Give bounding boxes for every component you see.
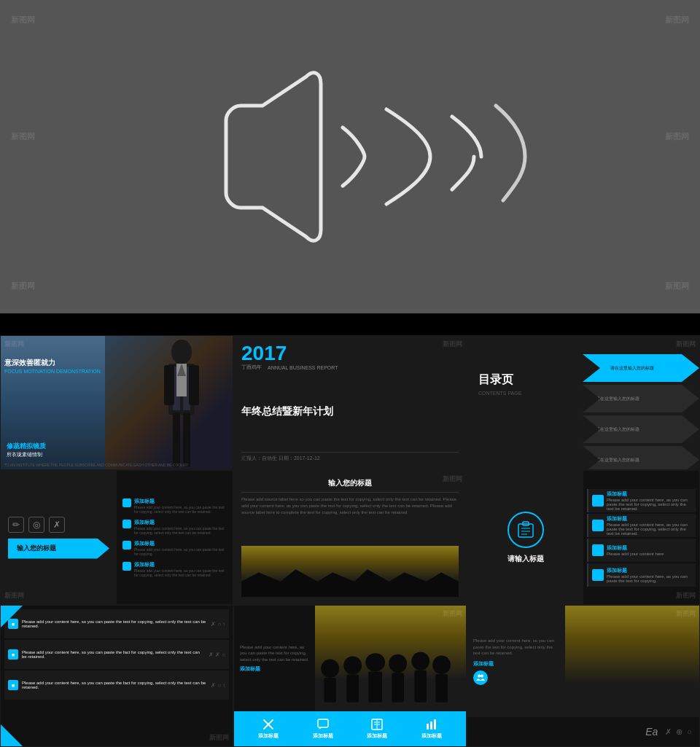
bar-item-3: 添加标题 <box>367 718 387 740</box>
slide8-left: Please add your content here, as you can… <box>234 606 315 711</box>
people-svg <box>315 638 466 712</box>
slide6-right-list: 添加标题 Please add your content here, as yo… <box>583 471 699 604</box>
svg-rect-22 <box>392 673 405 703</box>
photo-bg <box>315 606 466 711</box>
arrow-dark-1: 请在这里输入您的标题 <box>583 385 699 412</box>
bar-item-1: 添加标题 <box>258 718 279 740</box>
ea-label: Ea <box>645 726 658 738</box>
slide9-left: Please add your content here, so you can… <box>467 606 565 717</box>
svg-point-15 <box>322 659 340 677</box>
slide8-text: Please add your content here, as you can… <box>240 644 309 662</box>
row-text-1: Please add your content here, so you can… <box>22 619 207 628</box>
svg-rect-5 <box>189 365 199 405</box>
row-end-icons-2: ✗ ✗ ○ <box>209 652 225 658</box>
slide6-icon-4 <box>592 569 604 581</box>
clipboard-icon <box>516 520 536 540</box>
svg-point-39 <box>478 674 481 677</box>
svg-rect-6 <box>173 412 180 467</box>
watermark-tr: 新图网 <box>665 15 689 26</box>
slide9-photo <box>565 606 699 717</box>
slide8-top: Please add your content here, as you can… <box>234 606 466 711</box>
svg-rect-7 <box>183 412 190 467</box>
slide-icon-list: 请输入标题 添加标题 Please add your content here,… <box>467 470 700 605</box>
annual-label: ANNUAL BUSINESS REPORT <box>268 365 338 370</box>
row-end-icons-1: ✗ ○ ↑ <box>211 621 225 627</box>
row-icon-2: ■ <box>8 649 18 660</box>
item-icon-3 <box>122 541 131 550</box>
svg-point-25 <box>433 655 451 673</box>
slide-bottom-text: 修蔬精拟镜质 所衣珑素铺情制 <box>7 442 46 458</box>
people-image <box>241 546 459 597</box>
svg-rect-24 <box>415 670 427 702</box>
item-icon-4 <box>122 562 131 571</box>
svg-rect-4 <box>164 365 174 405</box>
slide-people-end: Please add your content here, so you can… <box>467 605 700 747</box>
arrow-blue: 请在这里输入您的标题 <box>583 354 699 382</box>
slide-row-list: ■ Please add your content here, so you c… <box>0 605 233 747</box>
slide6-main-title: 请输入标题 <box>508 554 544 564</box>
svg-point-0 <box>171 340 192 364</box>
slide-bottom-sub: 所衣珑素铺情制 <box>7 451 46 458</box>
watermark-slide3: 新图网 <box>676 340 696 349</box>
contents-title: 目录页 <box>478 372 513 388</box>
svg-rect-20 <box>369 671 383 702</box>
slide6-icon-3 <box>592 544 604 556</box>
right-item-3: 添加标题 Please add your content here, as yo… <box>122 540 227 557</box>
slide-cover: 意深效善匿就力 FOCUS MOTIVATION DEMONSTRATION 修… <box>0 335 233 470</box>
svg-point-23 <box>412 652 430 670</box>
slide9-action-icons: ✗ ⊕ ○ <box>665 727 692 737</box>
slide-overlay-text: 意深效善匿就力 FOCUS MOTIVATION DEMONSTRATION <box>4 358 101 375</box>
slide-icons-arrow: ✏ ◎ ✗ 输入您的标题 添加标题 Please add your conten… <box>0 470 233 605</box>
tools-icon <box>262 718 275 731</box>
watermark-br: 新图网 <box>665 281 689 292</box>
businessman-silhouette <box>152 336 211 470</box>
watermark-bl: 新图网 <box>11 281 35 292</box>
slide6-icon-2 <box>592 520 604 531</box>
slide6-item-4: 添加标题 Please add your content here, as yo… <box>587 563 696 587</box>
slide-small-text: TO AN INSTITUTE WHERE THE PEOPLE SUBSCRI… <box>4 463 229 468</box>
speaker-icon <box>168 55 532 259</box>
main-icon-circle <box>508 512 544 548</box>
svg-point-40 <box>481 674 483 677</box>
row-icon-3: ■ <box>8 680 18 690</box>
corner-triangle-tl <box>1 606 23 627</box>
svg-rect-29 <box>318 719 328 727</box>
arrow-dark-3: 请在这里输入您的标题 <box>583 446 699 470</box>
slide6-icon-1 <box>592 495 604 507</box>
slide9-text: Please add your content here, so you can… <box>473 638 559 656</box>
svg-rect-26 <box>436 673 448 702</box>
slide9-btn: 添加标题 <box>473 660 559 668</box>
slide-text-content: 输入您的标题 Please add source label here so y… <box>233 470 467 605</box>
svg-rect-36 <box>427 724 429 730</box>
list-row-3: ■ Please add your content here, so you c… <box>4 670 229 700</box>
slide8-bottom-bar: 添加标题 添加标题 添加标题 <box>234 711 466 746</box>
year-cn: 丁酉鸡年 <box>241 364 262 371</box>
cross-action-icon: ✗ <box>665 727 672 737</box>
watermark-ml: 新图网 <box>11 131 35 142</box>
slide-right-items: 添加标题 Please add your content here, as yo… <box>117 471 233 604</box>
slides-grid: 意深效善匿就力 FOCUS MOTIVATION DEMONSTRATION 修… <box>0 335 700 747</box>
bar-item-4: 添加标题 <box>421 718 442 740</box>
slide6-item-3: 添加标题 Please add your content here <box>587 539 696 562</box>
item-icon-1 <box>122 498 131 507</box>
content-body: Please add source label here so you can … <box>241 496 459 546</box>
slide-icon-bar: Please add your content here, as you can… <box>233 605 467 747</box>
arrow-dark-2: 请在这里输入您的标题 <box>583 415 699 443</box>
cross-icon: ✗ <box>49 517 65 533</box>
plus-action-icon: ⊕ <box>676 727 682 737</box>
people-circle-icon <box>473 670 488 685</box>
right-item-2: 添加标题 Please add your content here, as yo… <box>122 519 227 536</box>
icon-row: ✏ ◎ ✗ <box>8 517 109 533</box>
report-title: 年终总结暨新年计划 <box>241 405 459 418</box>
content-title: 输入您的标题 <box>241 478 459 493</box>
slide8-photo <box>315 606 466 711</box>
circle-icon: ◎ <box>28 517 44 533</box>
slide-contents: 目录页 CONTENTS PAGE 请在这里输入您的标题 请在这里输入您的标题 … <box>467 335 700 470</box>
slide6-item-2: 添加标题 Please add your content here, as yo… <box>587 514 696 537</box>
list-row-1: ■ Please add your content here, so you c… <box>4 609 229 638</box>
contents-subtitle: CONTENTS PAGE <box>478 391 521 396</box>
svg-rect-37 <box>430 721 432 730</box>
watermark-mr: 新图网 <box>665 131 689 142</box>
presenter-info: 汇报人：自动生 日期：2017-12-12 <box>241 452 459 462</box>
corner-triangle-bl <box>1 724 23 746</box>
